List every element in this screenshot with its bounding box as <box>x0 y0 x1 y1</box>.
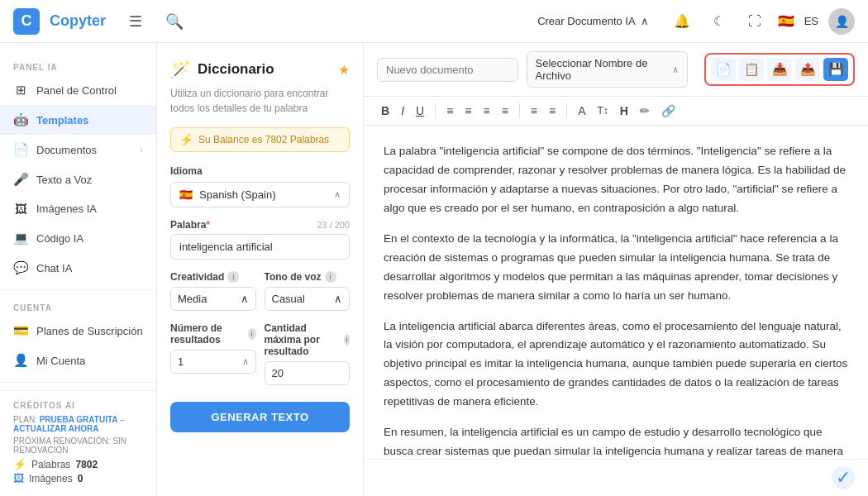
creatividad-info-icon[interactable]: i <box>227 271 239 283</box>
lang-value: Spanish (Spain) <box>199 188 276 201</box>
align-left-button[interactable]: ≡ <box>442 102 457 120</box>
planes-icon: 💳 <box>13 323 28 338</box>
upgrade-link[interactable]: ACTUALIZAR AHORA <box>13 424 99 433</box>
align-right-button[interactable]: ≡ <box>479 102 494 120</box>
sidebar-item-imagenes-ia[interactable]: 🖼 Imágenes IA <box>0 194 156 223</box>
unordered-list-button[interactable]: ≡ <box>545 102 560 120</box>
creatividad-chevron-icon: ∧ <box>241 293 249 305</box>
file-selector[interactable]: Seleccionar Nombre de Archivo ∧ <box>527 51 688 88</box>
creatividad-label: Creatividad <box>170 271 224 283</box>
word-count: 23 / 200 <box>317 220 350 230</box>
panel-section-label: PANEL IA <box>0 56 156 75</box>
tono-group: Tono de voz i Casual ∧ <box>265 271 351 311</box>
font-h-button[interactable]: H <box>616 102 632 120</box>
dict-star-icon[interactable]: ★ <box>338 62 350 78</box>
bolt-icon: ⚡ <box>179 133 193 146</box>
sidebar-item-mi-cuenta[interactable]: 👤 Mi Cuenta <box>0 346 156 375</box>
max-resultado-value: 20 <box>272 367 284 379</box>
avatar[interactable]: 👤 <box>828 8 855 35</box>
balance-text: Su Balance es 7802 Palabras <box>198 134 329 145</box>
creatividad-group: Creatividad i Media ∧ <box>170 271 256 311</box>
sidebar-label-documentos: Documentos <box>36 144 97 156</box>
sidebar-item-documentos[interactable]: 📄 Documentos › <box>0 135 156 165</box>
share-button[interactable]: 📤 <box>795 58 820 81</box>
dict-description: Utiliza un diccionario para encontrar to… <box>170 86 350 116</box>
num-resultados-input[interactable]: 1 ∧ <box>170 350 256 374</box>
doc-name-input[interactable] <box>377 58 518 82</box>
logo-letter: C <box>21 12 32 30</box>
sidebar-item-panel-de-control[interactable]: ⊞ Panel de Control <box>0 75 156 105</box>
align-justify-button[interactable]: ≡ <box>498 102 513 120</box>
credits-section-label: CRÉDITOS AI <box>13 401 143 415</box>
copy-doc-button[interactable]: 📄 <box>711 58 736 81</box>
download-button[interactable]: 📥 <box>767 58 792 81</box>
bell-icon[interactable]: 🔔 <box>667 10 697 32</box>
editor-paragraph-4: En resumen, la inteligencia artificial e… <box>384 423 848 459</box>
sidebar-item-planes[interactable]: 💳 Planes de Suscripción <box>0 316 156 346</box>
num-resultados-info-icon[interactable]: i <box>248 328 256 340</box>
max-resultado-label: Cantidad máxima por resultado <box>265 322 341 357</box>
sidebar-item-codigo-ia[interactable]: 💻 Código IA <box>0 223 156 253</box>
save-button[interactable]: 💾 <box>823 58 848 81</box>
lang-flag: 🇪🇸 <box>179 188 193 201</box>
menu-icon: ☰ <box>129 13 142 30</box>
logo-text: Copyter <box>50 12 106 30</box>
max-resultado-group: Cantidad máxima por resultado i 20 <box>265 322 351 385</box>
texto-voz-icon: 🎤 <box>13 172 28 187</box>
imagenes-credits-label: Imágenes <box>29 473 73 484</box>
documentos-icon: 📄 <box>13 142 28 157</box>
indent-button[interactable]: A <box>574 102 589 120</box>
tono-chevron-icon: ∧ <box>334 293 342 305</box>
menu-icon-button[interactable]: ☰ <box>122 9 149 34</box>
align-center-button[interactable]: ≡ <box>460 102 475 120</box>
max-resultado-info-icon[interactable]: i <box>344 334 350 346</box>
underline-button[interactable]: U <box>412 102 428 120</box>
sidebar-label-codigo: Código IA <box>36 232 83 245</box>
creatividad-select[interactable]: Media ∧ <box>170 287 256 311</box>
sidebar-label-planes: Planes de Suscripción <box>36 325 143 337</box>
tono-info-icon[interactable]: i <box>325 271 336 283</box>
bold-button[interactable]: B <box>377 102 393 120</box>
create-doc-button[interactable]: Crear Documento IA ∧ <box>529 10 657 32</box>
lang-select[interactable]: 🇪🇸 Spanish (Spain) ∧ <box>170 182 350 207</box>
action-icons-group: 📄 📋 📥 📤 💾 <box>704 53 855 86</box>
cuenta-section-label: CUENTA <box>0 297 156 316</box>
italic-button[interactable]: I <box>397 102 408 120</box>
search-icon-button[interactable]: 🔍 <box>159 9 190 34</box>
sidebar-label-texto-voz: Texto a Voz <box>36 174 92 186</box>
sidebar-label-imagenes: Imágenes IA <box>36 203 97 215</box>
lang-label: ES <box>804 15 818 27</box>
check-icon: ✓ <box>832 466 855 489</box>
tono-label: Tono de voz <box>265 271 322 283</box>
tono-select[interactable]: Casual ∧ <box>265 287 351 311</box>
num-resultados-chevron-icon: ∧ <box>242 356 249 367</box>
ordered-list-button[interactable]: ≡ <box>527 102 541 120</box>
content-area: 🪄 Diccionario ★ Utiliza un diccionario p… <box>157 43 868 496</box>
lang-chevron-icon: ∧ <box>334 189 341 200</box>
imagenes-row: 🖼 Imágenes 0 <box>13 472 143 484</box>
imagenes-icon: 🖼 <box>13 202 28 216</box>
file-selector-label: Seleccionar Nombre de Archivo <box>536 57 667 82</box>
sidebar-item-chat-ia[interactable]: 💬 Chat IA <box>0 253 156 283</box>
copy-text-button[interactable]: 📋 <box>739 58 764 81</box>
brush-button[interactable]: ✏ <box>636 102 654 120</box>
plan-sep: – <box>120 415 125 424</box>
sidebar-item-templates[interactable]: 🤖 Templates <box>0 105 156 135</box>
generate-button[interactable]: GENERAR TEXTO <box>170 402 350 432</box>
sliders-row: Creatividad i Media ∧ Tono de voz i Casu… <box>170 271 350 311</box>
expand-icon[interactable]: ⛶ <box>742 11 768 32</box>
templates-icon: 🤖 <box>13 112 28 127</box>
format-toolbar: B I U ≡ ≡ ≡ ≡ ≡ ≡ A T↕ H ✏ 🔗 <box>364 97 868 126</box>
creatividad-value: Media <box>178 293 207 305</box>
palabras-icon: ⚡ <box>13 458 26 470</box>
file-selector-chevron-icon: ∧ <box>672 64 679 75</box>
word-input[interactable] <box>170 234 350 260</box>
moon-icon[interactable]: ☾ <box>707 10 732 32</box>
editor-body[interactable]: La palabra "inteligencia artificial" se … <box>364 126 868 459</box>
max-resultado-input[interactable]: 20 <box>265 361 351 385</box>
heading-button[interactable]: T↕ <box>594 103 613 119</box>
tono-value: Casual <box>272 293 305 305</box>
link-button[interactable]: 🔗 <box>657 102 680 120</box>
dict-header: 🪄 Diccionario ★ <box>170 60 350 79</box>
sidebar-item-texto-a-voz[interactable]: 🎤 Texto a Voz <box>0 165 156 194</box>
